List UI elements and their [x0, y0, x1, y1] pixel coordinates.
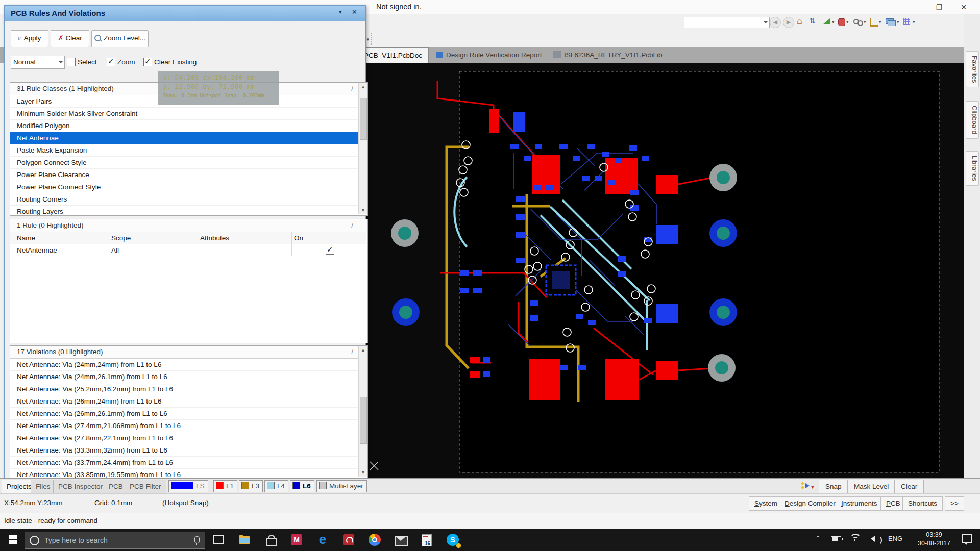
refresh-icon[interactable]: ⇅ [809, 16, 816, 26]
battery-icon[interactable] [831, 535, 841, 542]
mode-combo[interactable]: Normal [11, 56, 65, 69]
zoom-checkbox[interactable] [107, 58, 115, 66]
tab-pcb-filter[interactable]: PCB Filter [125, 480, 166, 493]
skype-icon[interactable]: S [445, 532, 461, 548]
rule-class-item[interactable]: Routing Corners [10, 193, 359, 206]
clear-mask-button[interactable]: Clear [894, 480, 924, 493]
rule-on-checkbox[interactable] [326, 246, 334, 255]
col-on[interactable]: On [294, 232, 303, 244]
start-button[interactable] [5, 532, 21, 548]
tab-clipboard[interactable]: Clipboard [966, 101, 979, 139]
acrobat-icon[interactable] [340, 532, 357, 548]
panel-titlebar[interactable]: PCB Rules And Violations ▾ ✕ [5, 6, 365, 21]
layer-tab-multi[interactable]: Multi-Layer [316, 480, 367, 492]
violations-header[interactable]: 17 Violations (0 Highlighted)/ [10, 346, 368, 359]
violation-item[interactable]: Net Antennae: Via (33.3mm,32mm) from L1 … [10, 444, 359, 457]
action-center-icon[interactable] [962, 534, 972, 543]
clear-button[interactable]: ✗ Clear [51, 30, 89, 47]
violations-scrollbar[interactable]: ▲ ▼ [358, 346, 368, 477]
quick-search-combo[interactable] [684, 17, 770, 28]
layer-tab-l1[interactable]: L1 [213, 480, 237, 492]
zoom-level-button[interactable]: Zoom Level... [91, 30, 149, 47]
rules-header[interactable]: 1 Rule (0 Highlighted)/ [10, 219, 368, 232]
mask-level-button[interactable]: Mask Level [847, 480, 895, 493]
col-attributes[interactable]: Attributes [200, 232, 229, 244]
restore-icon[interactable]: ❐ [929, 2, 949, 13]
violation-item[interactable]: Net Antennae: Via (24mm,24mm) from L1 to… [10, 359, 359, 371]
rule-class-item[interactable]: Power Plane Clearance [10, 169, 359, 181]
taskbar-search[interactable]: Type here to search [24, 532, 205, 549]
wifi-icon[interactable] [850, 534, 861, 545]
panel-menu-icon[interactable]: ▾ [339, 9, 342, 15]
sign-in-status[interactable]: Not signed in. [376, 3, 422, 11]
measure-icon[interactable] [823, 18, 830, 24]
panel-button-instruments[interactable]: Instruments [836, 496, 883, 511]
rule-class-item[interactable]: Modified Polygon [10, 120, 359, 132]
col-name[interactable]: Name [17, 232, 35, 244]
rule-class-item-selected[interactable]: Net Antennae [10, 132, 359, 144]
chrome-icon[interactable] [366, 532, 383, 548]
tab-favorites[interactable]: Favorites [966, 51, 979, 87]
grid-icon[interactable] [903, 18, 910, 25]
violation-item[interactable]: Net Antennae: Via (26mm,26.1mm) from L1 … [10, 408, 359, 420]
tab-files[interactable]: Files [31, 480, 56, 493]
forward-icon[interactable]: ▶ [783, 17, 794, 28]
violation-item[interactable]: Net Antennae: Via (24mm,26.1mm) from L1 … [10, 371, 359, 383]
file-explorer-icon[interactable] [236, 532, 253, 548]
rule-class-item[interactable]: Routing Layers [10, 206, 359, 218]
violation-item[interactable]: Net Antennae: Via (25.2mm,16.2mm) from L… [10, 383, 359, 395]
language-indicator[interactable]: ENG [888, 535, 902, 542]
task-view-button[interactable] [210, 532, 227, 548]
mask-dim-icon[interactable]: ▼ [801, 482, 814, 490]
padstack-dropdown-icon[interactable]: ▾ [846, 19, 849, 24]
rule-class-item[interactable]: Polygon Connect Style [10, 157, 359, 169]
microphone-icon[interactable] [194, 536, 200, 543]
apply-button[interactable]: ⩗ Apply [11, 30, 48, 47]
taskbar-clock[interactable]: 03:39 30-08-2017 [916, 531, 952, 548]
violation-item[interactable]: Net Antennae: Via (27.4mm,21.068mm) from… [10, 420, 359, 432]
rule-class-item[interactable]: Paste Mask Expansion [10, 144, 359, 157]
dimension-icon[interactable] [870, 18, 878, 27]
violation-item[interactable]: Net Antennae: Via (33.7mm,24.4mm) from L… [10, 457, 359, 469]
home-icon[interactable]: ⌂ [797, 16, 802, 27]
tab-pcb-inspector[interactable]: PCB Inspector [53, 480, 108, 493]
layer-tab-l3[interactable]: L3 [239, 480, 263, 492]
measure-dropdown-icon[interactable]: ▾ [832, 19, 835, 24]
tab-pcblib[interactable]: ISL6236A_RETRY_V1I1.PcbLib [547, 47, 669, 62]
find-dropdown-icon[interactable]: ▾ [864, 19, 866, 24]
panel-button-design-compiler[interactable]: Design Compiler [779, 496, 841, 511]
select-checkbox[interactable] [67, 58, 76, 66]
snap-button[interactable]: Snap [819, 480, 848, 493]
rule-class-item[interactable]: Minimum Solder Mask Sliver Constraint [10, 108, 359, 120]
outlook-mail-icon[interactable] [393, 532, 409, 548]
edge-icon[interactable]: e [314, 532, 331, 548]
layer-tab-l4[interactable]: L4 [264, 480, 288, 492]
rule-scope[interactable]: All [111, 244, 119, 256]
panel-button-shortcuts[interactable]: Shortcuts [902, 496, 943, 511]
mail-app-icon[interactable]: M [288, 532, 305, 548]
violation-item[interactable]: Net Antennae: Via (27.8mm,22.1mm) from L… [10, 432, 359, 444]
layer-tab-l6[interactable]: L6 [290, 480, 314, 492]
violation-item[interactable]: Net Antennae: Via (26mm,24mm) from L1 to… [10, 395, 359, 408]
layers-dropdown-icon[interactable]: ▾ [897, 19, 899, 24]
clear-existing-checkbox[interactable] [143, 58, 152, 66]
panel-close-icon[interactable]: ✕ [352, 8, 357, 16]
rule-classes-scrollbar[interactable]: ▲ ▼ [358, 83, 368, 214]
padstack-icon[interactable] [838, 18, 845, 26]
tab-libraries[interactable]: Libraries [966, 151, 979, 186]
volume-icon[interactable] [868, 535, 875, 542]
grid-dropdown-icon[interactable]: ▾ [913, 19, 915, 24]
rule-class-item[interactable]: Power Plane Connect Style [10, 181, 359, 193]
panel-button-more[interactable]: >> [945, 496, 964, 511]
store-icon[interactable] [262, 532, 279, 548]
layer-tab-ls[interactable]: LS [168, 480, 208, 492]
dimension-dropdown-icon[interactable]: ▾ [879, 19, 881, 24]
altium-icon[interactable]: 16 [419, 532, 435, 548]
panel-button-system[interactable]: System [749, 496, 783, 511]
back-icon[interactable]: ◀ [770, 17, 781, 28]
close-icon[interactable]: ✕ [953, 2, 974, 13]
pcb-canvas[interactable] [359, 63, 964, 478]
tray-expand-icon[interactable]: ⌃ [816, 535, 820, 541]
rule-name[interactable]: NetAntennae [17, 244, 57, 256]
minimize-icon[interactable]: — [904, 2, 925, 13]
